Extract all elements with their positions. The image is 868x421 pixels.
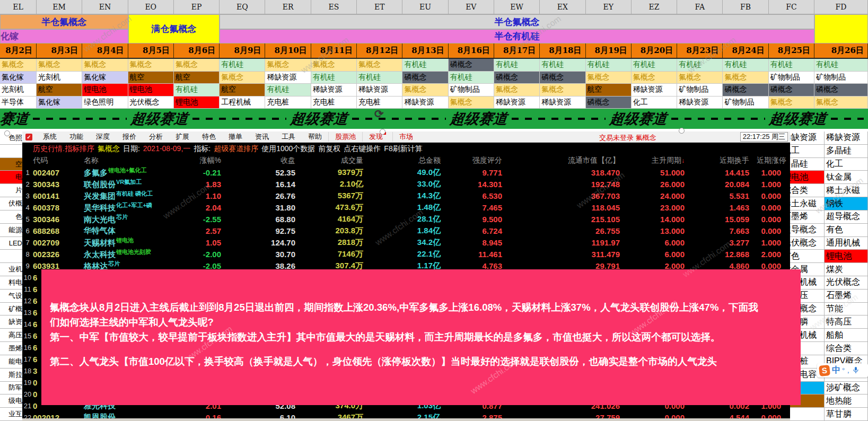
right-concept-cell[interactable]: 石墨烯 [825, 290, 868, 303]
banner-yellow-right[interactable] [814, 14, 868, 43]
concept-cell[interactable]: 有机硅 [540, 59, 585, 72]
right-concept-cell[interactable]: 锂电池 [825, 250, 868, 263]
table-row[interactable]: 5300346南大光电芯片-2.5568.804164万28.1亿9.50021… [22, 213, 790, 225]
column-header-EV[interactable]: EV [449, 0, 494, 14]
menu-item-报价[interactable]: 报价 [116, 132, 143, 142]
concept-cell[interactable]: 有机硅 [174, 84, 220, 97]
concept-cell[interactable]: 氟概念 [494, 84, 540, 97]
date-cell[interactable]: 8月2日 [0, 43, 37, 59]
microphone-icon[interactable] [853, 366, 859, 374]
table-header-cell[interactable]: 近期换手 [692, 156, 757, 165]
concept-cell[interactable]: 锂电池 [174, 97, 220, 109]
concept-cell[interactable]: 稀缺资源 [311, 84, 357, 97]
table-header-cell[interactable]: 代码 [33, 156, 84, 165]
concept-cell[interactable]: 氟概念 [677, 72, 723, 84]
concept-cell[interactable]: 矿物制品 [677, 84, 723, 97]
table-header-cell[interactable]: 成交量 [303, 156, 371, 165]
concept-cell[interactable]: 锂电池 [128, 84, 174, 97]
date-cell[interactable]: 8月5日 [128, 43, 174, 59]
concept-cell[interactable]: 航空 [128, 72, 174, 84]
concept-cell[interactable]: 矿物制品 [449, 84, 494, 97]
right-concept-cell[interactable]: 涉矿概念 [825, 382, 868, 395]
concept-cell[interactable]: 光刻机 [0, 84, 37, 97]
concept-cell[interactable]: 磷概念 [494, 72, 540, 84]
concept-cell[interactable]: 有机硅 [494, 59, 540, 72]
concept-cell[interactable]: 磷概念 [402, 72, 448, 84]
table-header-cell[interactable]: 涨幅% [177, 156, 229, 165]
left-strip-cell[interactable]: 空 [0, 158, 22, 171]
date-cell[interactable]: 8月17日 [494, 43, 540, 59]
left-strip-cell[interactable]: 色 [0, 210, 22, 224]
sogou-input-bar[interactable]: S 中 °， [817, 363, 868, 378]
left-strip-cell[interactable]: 缺资 [0, 315, 22, 329]
concept-cell[interactable]: 半导体 [0, 97, 37, 109]
column-header-EW[interactable]: EW [494, 0, 540, 14]
table-row[interactable]: 7002709天赐材料锂电池1.05124.702818万34.2亿8.9451… [22, 236, 790, 248]
concept-cell[interactable]: 磷概念 [449, 59, 494, 72]
concept-cell[interactable]: 有机硅 [357, 72, 402, 84]
concept-cell[interactable]: 有机硅 [311, 72, 357, 84]
concept-cell[interactable]: 工程机械 [220, 97, 265, 109]
column-header-EL[interactable]: EL [0, 0, 37, 14]
input-lang-indicator[interactable]: 中 [832, 365, 840, 376]
right-concept-cell[interactable]: 草甘膦 [825, 408, 868, 421]
concept-cell[interactable]: 稀缺资源 [265, 72, 311, 84]
concept-cell[interactable]: 绿色照明 [82, 97, 128, 109]
concept-cell[interactable]: 航空 [220, 84, 265, 97]
concept-cell[interactable]: 氟概念 [311, 59, 357, 72]
concept-cell[interactable]: 化工 [632, 97, 677, 109]
date-cell[interactable]: 8月20日 [632, 43, 677, 59]
concept-cell[interactable]: 氟概念 [586, 72, 632, 84]
left-strip-cell[interactable]: 业互 [0, 408, 22, 421]
date-cell[interactable]: 8月12日 [357, 43, 402, 59]
left-strip-cell[interactable]: 防军 [0, 382, 22, 395]
date-cell[interactable]: 8月11日 [311, 43, 357, 59]
column-header-EX[interactable]: EX [540, 0, 585, 14]
table-row[interactable]: 8002326永太科技锂电池光刻胶-2.0030.707146万22.1亿11.… [22, 248, 790, 260]
table-header-cell[interactable]: 流通市值【亿】 [510, 156, 627, 165]
concept-cell[interactable]: 磷概念 [769, 84, 814, 97]
concept-cell[interactable]: 氟概念 [540, 84, 585, 97]
date-cell[interactable]: 8月4日 [82, 43, 128, 59]
concept-cell[interactable]: 锂电池 [82, 84, 128, 97]
column-header-FC[interactable]: FC [769, 0, 814, 14]
table-header-cell[interactable]: 名称 [84, 156, 177, 165]
menu-item-发现[interactable]: 发现 [362, 132, 392, 142]
concept-cell[interactable]: 有机硅 [220, 59, 265, 72]
concept-cell[interactable]: 氟概念 [0, 59, 37, 72]
concept-cell[interactable]: 氟概念 [37, 59, 82, 72]
concept-cell[interactable]: 矿物制品 [769, 72, 814, 84]
menu-item-扩展[interactable]: 扩展 [169, 132, 196, 142]
right-concept-cell[interactable]: 煤炭 [825, 263, 868, 276]
menu-item-股票池[interactable]: 股票池 [328, 132, 362, 142]
menu-item-深度[interactable]: 深度 [90, 132, 116, 142]
concept-cell[interactable]: 有机硅 [586, 59, 632, 72]
concept-cell[interactable]: 氮化镓 [0, 72, 37, 84]
concept-cell[interactable]: 氟概念 [174, 59, 220, 72]
concept-cell[interactable]: 稀缺资源 [494, 97, 540, 109]
column-header-FD[interactable]: FD [814, 0, 868, 14]
concept-cell[interactable]: 磷概念 [586, 97, 632, 109]
left-strip-cell[interactable]: 片 [0, 184, 22, 197]
date-cell[interactable]: 8月26日 [814, 43, 868, 59]
right-concept-cell[interactable]: 光伏概念 [825, 276, 868, 290]
column-header-FB[interactable]: FB [723, 0, 768, 14]
concept-cell[interactable]: 氟概念 [814, 97, 868, 109]
date-cell[interactable]: 8月23日 [677, 43, 723, 59]
menu-item-市场[interactable]: 市场 [392, 132, 419, 142]
left-strip-cell[interactable]: 墨烯 [0, 342, 22, 355]
concept-cell[interactable]: 氟概念 [265, 59, 311, 72]
concept-cell[interactable]: 有机硅 [449, 72, 494, 84]
table-header-cell[interactable]: 主升周期↓ [627, 156, 692, 165]
right-concept-cell[interactable]: 综合类 [825, 342, 868, 355]
right-concept-cell[interactable]: 多晶硅 [825, 145, 868, 158]
table-header-cell[interactable]: 强度评分 [448, 156, 510, 165]
left-strip-cell[interactable]: 级电 [0, 394, 22, 408]
left-strip-cell[interactable]: 能源 [0, 224, 22, 237]
date-cell[interactable]: 8月13日 [402, 43, 448, 59]
table-row[interactable]: 6688268华特气体2.5792.75203.8万1.84亿6.72426.7… [22, 225, 790, 236]
concept-cell[interactable]: 氮化镓 [82, 72, 128, 84]
concept-cell[interactable]: 氟概念 [769, 97, 814, 109]
menu-item-功能[interactable]: 功能 [63, 132, 90, 142]
column-header-EQ[interactable]: EQ [220, 0, 265, 14]
